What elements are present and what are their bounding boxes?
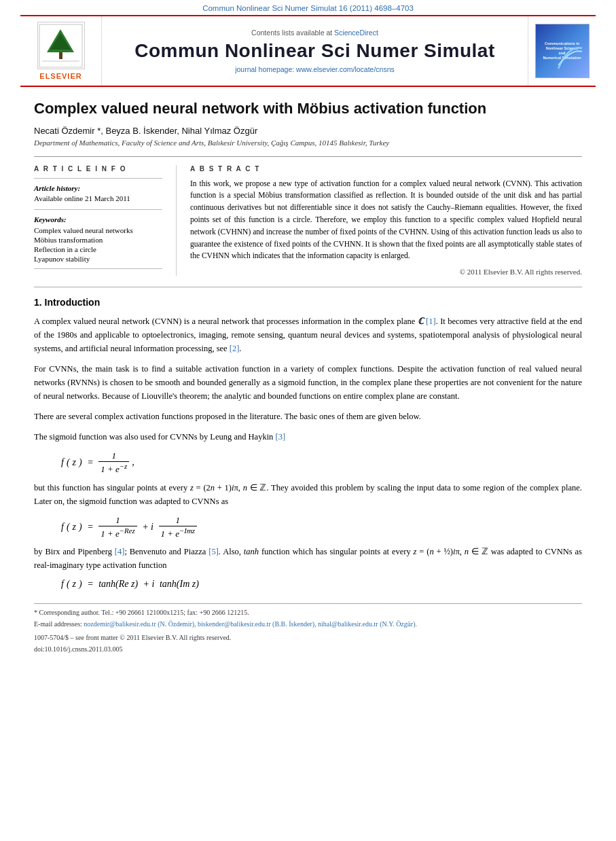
f3-plus-i: + i	[141, 579, 157, 590]
footnotes-area: * Corresponding author. Tel.: +90 26661 …	[34, 603, 582, 653]
f3-eq: =	[85, 579, 96, 590]
f2-num2: 1	[159, 515, 198, 526]
abstract-text: In this work, we propose a new type of a…	[190, 178, 582, 263]
elsevier-brand-text: ELSEVIER	[39, 72, 81, 80]
f3-close: )	[79, 579, 82, 590]
formula1-z: z	[73, 457, 76, 468]
authors-text: Necati Özdemir *, Beyza B. İskender, Nih…	[34, 126, 257, 136]
footnote-issn: 1007-5704/$ – see front matter © 2011 El…	[34, 633, 582, 643]
header-left-logo: ELSEVIER	[20, 16, 102, 86]
info-divider-1	[34, 178, 162, 179]
emails-label: E-mail addresses:	[34, 620, 82, 628]
footnote-corresponding: * Corresponding author. Tel.: +90 26661 …	[34, 608, 582, 618]
intro-para5: but this function has singular points at…	[34, 481, 582, 508]
journal-header: ELSEVIER Contents lists available at Sci…	[20, 15, 596, 87]
f3-tanh1: tanh(Re z)	[98, 579, 138, 590]
footnote-emails: E-mail addresses: nozdemir@balikesir.edu…	[34, 620, 582, 629]
f2-den2: 1 + e−Imz	[159, 526, 198, 539]
f2-close: )	[79, 522, 82, 533]
intro-para1: A complex valued neural network (CVNN) i…	[34, 315, 582, 355]
top-citation-bar: Commun Nonlinear Sci Numer Simulat 16 (2…	[0, 0, 616, 15]
abstract-col: A B S T R A C T In this work, we propose…	[177, 165, 582, 276]
elsevier-logo-svg	[39, 24, 83, 68]
formula3-display: f(z) = tanh(Re z) + i tanh(Im z)	[61, 579, 582, 590]
formula2-display: f(z) = 1 1 + e−Rez + i 1 1 + e−Imz	[61, 515, 582, 539]
article-authors: Necati Özdemir *, Beyza B. İskender, Nih…	[34, 126, 582, 136]
formula1-display: f ( z ) = 1 1 + e−z ,	[61, 450, 582, 475]
f3-z: z	[73, 579, 76, 590]
formula1-fz: f	[61, 457, 64, 468]
article-affiliation: Department of Mathematics, Faculty of Sc…	[34, 139, 582, 147]
ref-1[interactable]: [1]	[426, 317, 436, 326]
f2-z: z	[73, 522, 76, 533]
article-title: Complex valued neural network with Möbiu…	[34, 99, 582, 119]
f2-frac2: 1 1 + e−Imz	[159, 515, 198, 539]
f2-frac1: 1 1 + e−Rez	[98, 515, 137, 539]
abstract-label: A B S T R A C T	[190, 165, 582, 173]
intro-para4: The sigmoid function was also used for C…	[34, 430, 582, 444]
page-container: Commun Nonlinear Sci Numer Simulat 16 (2…	[0, 0, 616, 841]
f3-fz: f	[61, 579, 64, 590]
two-column-section: A R T I C L E I N F O Article history: A…	[34, 156, 582, 276]
journal-title: Commun Nonlinear Sci Numer Simulat	[134, 39, 494, 62]
sciencedirect-link[interactable]: ScienceDirect	[334, 29, 378, 37]
formula1-denominator: 1 + e−z	[98, 462, 129, 475]
f2-num1: 1	[98, 515, 137, 526]
keyword-3: Reflection in a circle	[34, 245, 162, 253]
and-2: and	[169, 547, 181, 556]
history-label: Article history:	[34, 184, 162, 192]
footnote-doi: doi:10.1016/j.cnsns.2011.03.005	[34, 645, 582, 653]
thumb-curve-svg	[555, 41, 585, 72]
contents-line: Contents lists available at ScienceDirec…	[251, 29, 378, 37]
formula1-numerator: 1	[98, 450, 129, 462]
and-1: and	[63, 547, 75, 556]
abstract-copyright: © 2011 Elsevier B.V. All rights reserved…	[190, 268, 582, 276]
elsevier-logo: ELSEVIER	[37, 22, 85, 80]
f2-eq: =	[85, 522, 96, 533]
intro-para6: by Birx and Pipenberg [4]; Benvenuto and…	[34, 545, 582, 572]
section-divider	[34, 287, 582, 287]
info-divider-2	[34, 209, 162, 210]
keyword-1: Complex valued neural networks	[34, 226, 162, 234]
f2-plus-i: + i	[140, 522, 156, 533]
article-info-label: A R T I C L E I N F O	[34, 165, 162, 173]
article-content: Complex valued neural network with Möbiu…	[0, 87, 616, 666]
emails-text: nozdemir@balikesir.edu.tr (N. Özdemir), …	[84, 620, 417, 628]
ref-3[interactable]: [3]	[276, 432, 286, 442]
intro-heading: 1. Introduction	[34, 297, 582, 308]
homepage-label: journal homepage:	[235, 65, 294, 73]
citation-text: Commun Nonlinear Sci Numer Simulat 16 (2…	[202, 4, 414, 12]
ref-2[interactable]: [2]	[230, 344, 240, 353]
intro-para3: There are several complex activation fun…	[34, 410, 582, 423]
keyword-4: Lyapunov stability	[34, 255, 162, 263]
keywords-label: Keywords:	[34, 215, 162, 223]
intro-para2: For CVNNs, the main task is to find a su…	[34, 362, 582, 403]
homepage-url[interactable]: www.elsevier.com/locate/cnsns	[296, 65, 395, 73]
info-divider-3	[34, 268, 162, 269]
f2-den1: 1 + e−Rez	[98, 526, 137, 539]
f2-fz: f	[61, 522, 64, 533]
header-right-thumb: Communications inNonlinear ScienceandNum…	[528, 16, 596, 86]
header-center: Contents lists available at ScienceDirec…	[102, 16, 528, 86]
formula1-paren-close: )	[79, 457, 82, 468]
f3-tanh2: tanh(Im z)	[160, 579, 199, 590]
history-value: Available online 21 March 2011	[34, 194, 162, 202]
article-info-col: A R T I C L E I N F O Article history: A…	[34, 165, 177, 276]
formula1-eq: =	[85, 457, 96, 468]
f2-open: (	[67, 522, 70, 533]
ref-4[interactable]: [4]	[115, 547, 125, 556]
keyword-2: Möbius transformation	[34, 236, 162, 244]
f3-open: (	[67, 579, 70, 590]
journal-thumbnail: Communications inNonlinear ScienceandNum…	[535, 24, 590, 78]
formula1-frac: 1 1 + e−z	[98, 450, 129, 475]
formula1-paren-open: (	[67, 457, 70, 468]
formula1-comma: ,	[132, 457, 134, 468]
elsevier-logo-box	[37, 22, 85, 69]
ref-5[interactable]: [5]	[209, 547, 219, 556]
journal-homepage: journal homepage: www.elsevier.com/locat…	[235, 65, 395, 73]
